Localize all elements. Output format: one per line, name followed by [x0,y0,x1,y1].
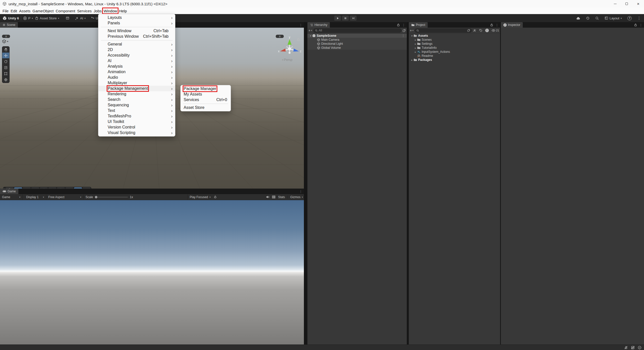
game-panel-menu-icon[interactable] [299,190,302,193]
menu-gameobject[interactable]: GameObject [31,8,55,14]
menu-assets[interactable]: Assets [18,8,31,14]
open-in-search-icon[interactable] [467,29,470,32]
stats-toggle[interactable]: Stats [278,195,285,199]
game-viewport[interactable] [0,200,304,344]
tab-inspector[interactable]: i Inspector [501,22,523,28]
debugger-disabled-icon[interactable] [624,346,628,349]
rect-tool-button[interactable] [2,71,9,77]
game-view-dropdown[interactable]: Game [0,194,23,200]
vsync-grid-icon[interactable] [272,195,275,199]
step-button[interactable] [350,15,357,21]
close-button[interactable]: × [632,0,644,8]
ai-dropdown[interactable]: AI [75,16,86,20]
scene-panel-menu-icon[interactable] [299,23,302,27]
aspect-ratio-dropdown[interactable]: Free Aspect [46,194,84,200]
expand-arrow-icon[interactable] [309,34,312,37]
scale-tool-button[interactable] [2,65,9,71]
menu-item-services[interactable]: ServicesCtrl+0 [181,97,231,103]
menu-help[interactable]: Help [118,8,128,14]
cloud-icon[interactable] [576,17,580,20]
inspector-panel-menu-icon[interactable] [639,23,642,27]
menu-item-audio[interactable]: Audio [98,75,175,80]
tab-hierarchy[interactable]: Hierarchy [307,22,330,28]
unity-version-badge[interactable]: Unity 6 [3,16,19,20]
menu-item-search[interactable]: Search [98,97,175,102]
collapsed-arrow-icon[interactable] [414,47,417,49]
collapsed-arrow-icon[interactable] [410,59,414,61]
focus-mode-dropdown[interactable]: Play Focused [187,194,219,200]
maximize-button[interactable] [621,0,632,8]
lock-icon[interactable] [397,23,400,26]
view-options-dropdown[interactable] [2,39,8,43]
hierarchy-item-directional-light[interactable]: Directional Light [307,42,407,46]
collapsed-arrow-icon[interactable] [414,38,417,41]
project-row-readme[interactable]: {} Readme [409,54,500,58]
menu-item-analysis[interactable]: Analysis [98,64,175,69]
menu-item-2d[interactable]: 2D [98,47,175,53]
menu-item-accessibility[interactable]: Accessibility [98,53,175,58]
hidden-packages-button[interactable] [484,29,489,32]
project-row-inputsystem-actions[interactable]: InputSystem_Actions [409,50,500,54]
menu-item-textmeshpro[interactable]: TextMeshPro [98,113,175,119]
filter-by-type-button[interactable] [473,29,476,32]
menu-edit[interactable]: Edit [10,8,18,14]
menu-item-text[interactable]: Text [98,108,175,113]
project-row-packages[interactable]: Packages [409,58,500,62]
menu-component[interactable]: Component [55,8,76,14]
package-manager-button[interactable] [66,16,69,20]
tools-overlay-handle[interactable] [2,35,10,38]
project-row-tutorialinfo[interactable]: TutorialInfo [409,46,500,50]
perspective-toggle[interactable]: Persp [282,58,293,62]
lock-icon[interactable] [634,23,637,26]
visibility-toggle-button[interactable]: 21 [490,29,499,32]
menu-file[interactable]: File [2,8,10,14]
menu-item-rendering[interactable]: Rendering [98,91,175,97]
mute-audio-icon[interactable] [266,195,269,199]
cache-server-disabled-icon[interactable] [631,346,635,349]
lock-icon[interactable] [490,23,493,26]
history-icon[interactable] [586,16,590,20]
menu-item-package-management[interactable]: Package Management [98,86,175,91]
scale-slider-handle[interactable] [95,196,97,198]
rotate-tool-button[interactable] [2,59,9,65]
transform-tool-button[interactable] [2,77,9,83]
project-search-input[interactable] [415,28,472,33]
menu-item-asset-store[interactable]: Asset Store [181,105,231,110]
background-tasks-icon[interactable] [638,346,641,349]
project-row-assets[interactable]: Assets [409,34,500,38]
tab-project[interactable]: Project [409,22,428,28]
move-tool-button[interactable] [2,53,9,59]
hierarchy-item-main-camera[interactable]: Main Camera [307,38,407,42]
create-add-button[interactable] [308,28,312,32]
project-panel-menu-icon[interactable] [495,23,499,27]
menu-item-previous-window[interactable]: Previous WindowCtrl+Shift+Tab [98,34,175,39]
menu-services[interactable]: Services [76,8,93,14]
hierarchy-panel-menu-icon[interactable] [402,23,405,27]
play-button[interactable] [334,15,341,21]
expand-arrow-icon[interactable] [410,34,414,37]
menu-item-visual-scripting[interactable]: Visual Scripting [98,130,175,136]
display-dropdown[interactable]: Display 1 [24,194,46,200]
layout-dropdown[interactable]: Layout [605,16,622,20]
menu-item-layouts[interactable]: Layouts [98,15,175,20]
project-row-scenes[interactable]: Scenes [409,38,500,42]
menu-item-panels[interactable]: Panels [98,20,175,26]
debug-bug-icon[interactable] [214,195,217,199]
menu-jobs[interactable]: Jobs [93,8,103,14]
scale-slider[interactable] [95,197,128,197]
collapsed-arrow-icon[interactable] [414,51,417,53]
menu-item-ui-toolkit[interactable]: UI Toolkit [98,119,175,124]
hierarchy-popout-button[interactable] [403,29,406,32]
tab-scene[interactable]: Scene [0,22,18,28]
tab-game[interactable]: Game [0,189,18,194]
menu-item-multiplayer[interactable]: Multiplayer [98,80,175,86]
scene-options-icon[interactable] [402,34,405,37]
menu-window[interactable]: Window [103,8,118,14]
create-asset-button[interactable] [410,28,414,32]
hierarchy-item-global-volume[interactable]: Global Volume [307,46,407,50]
hierarchy-search-input[interactable]: All [313,28,401,33]
collapsed-arrow-icon[interactable] [414,42,417,45]
account-dropdown[interactable]: P [23,16,33,20]
scene-orientation-gizmo[interactable]: y x z [276,36,303,60]
minimize-button[interactable] [609,0,621,8]
